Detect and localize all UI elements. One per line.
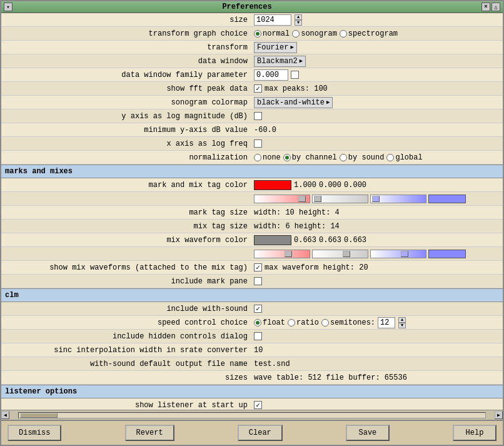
data-window-dropdown[interactable]: Blackman2 ▶ (254, 56, 306, 67)
mark-red-thumb[interactable] (298, 196, 306, 202)
mix-color-b: 0.663 (344, 236, 366, 245)
radio-float[interactable]: float (254, 318, 285, 327)
mix-color-r: 0.663 (294, 236, 316, 245)
radio-none-dot (254, 154, 261, 161)
mix-red-thumb[interactable] (285, 251, 292, 257)
mark-color-sliders-row (1, 192, 503, 206)
mix-waveform-color-row: mix waveform color 0.663 0.663 0.663 (1, 233, 503, 247)
dismiss-button[interactable]: Dismiss (8, 425, 61, 441)
radio-sonogram[interactable]: sonogram (292, 29, 337, 38)
show-listener-check[interactable] (254, 401, 262, 409)
radio-ratio[interactable]: ratio (288, 318, 319, 327)
x-axis-log-row: x axis as log freq (1, 137, 503, 151)
sonogram-colormap-row: sonogram colormap black-and-white ▶ (1, 96, 503, 109)
transform-graph-choice-label: transform graph choice (1, 28, 251, 39)
radio-semitones[interactable]: semitones: (321, 318, 375, 327)
data-window-family-value (251, 69, 503, 81)
mark-blue-thumb[interactable] (372, 196, 380, 202)
include-hidden-controls-row: include hidden controls dialog (1, 330, 503, 343)
mark-color-swatch[interactable] (254, 180, 291, 190)
sonogram-colormap-label: sonogram colormap (1, 97, 251, 108)
minimize-btn[interactable]: ▾ (4, 3, 13, 11)
data-window-family-check[interactable] (291, 71, 299, 79)
x-axis-log-label: x axis as log freq (1, 138, 251, 150)
radio-by-channel[interactable]: by channel (283, 153, 337, 162)
save-button[interactable]: Save (346, 425, 390, 441)
normalization-row: normalization none by channel by sound g… (1, 151, 503, 165)
y-axis-log-check[interactable] (254, 112, 262, 120)
clear-button[interactable]: Clear (238, 425, 283, 441)
mark-color-g: 0.000 (319, 181, 341, 190)
transform-value: Fourier ▶ (251, 42, 503, 53)
data-window-family-label: data window family parameter (1, 69, 251, 81)
semitones-down-btn[interactable]: ▼ (398, 323, 406, 328)
help-button[interactable]: Help (453, 425, 496, 441)
show-fft-check[interactable] (254, 84, 262, 93)
show-mix-waveforms-check[interactable] (254, 263, 262, 271)
mark-mix-tag-color-row: mark and mix tag color 1.000 0.000 0.000 (1, 178, 503, 192)
min-yaxis-label: minimum y-axis dB value (1, 124, 251, 136)
mark-tag-size-text: width: 10 height: 4 (254, 208, 340, 217)
radio-normal[interactable]: normal (254, 29, 290, 38)
sizes-row: sizes wave table: 512 file buffer: 65536 (1, 371, 503, 385)
sonogram-colormap-value: black-and-white ▶ (251, 97, 503, 108)
data-window-arrow: ▶ (300, 58, 303, 64)
close-btn[interactable]: × (481, 3, 490, 11)
size-value-cell: ▲ ▼ (251, 14, 503, 26)
mark-mix-tag-color-value: 1.000 0.000 0.000 (251, 180, 503, 190)
radio-none[interactable]: none (254, 153, 281, 162)
h-scrollbar-thumb[interactable] (20, 413, 58, 418)
with-sound-file-text: test.snd (254, 360, 290, 368)
data-window-label: data window (1, 56, 251, 67)
show-mix-waveforms-text: max waveform height: 20 (265, 263, 368, 272)
mark-green-thumb[interactable] (314, 196, 321, 202)
radio-by-channel-label: by channel (292, 153, 337, 162)
scroll-left-btn[interactable]: ◀ (1, 411, 9, 419)
radio-spectrogram[interactable]: spectrogram (340, 29, 398, 38)
y-axis-log-label: y axis as log magnitude (dB) (1, 111, 251, 122)
scroll-right-btn[interactable]: ▶ (495, 411, 503, 419)
x-axis-log-check[interactable] (254, 139, 262, 148)
mix-color-sliders-row (1, 247, 503, 261)
sonogram-colormap-dropdown[interactable]: black-and-white ▶ (254, 97, 333, 108)
mix-green-thumb[interactable] (343, 251, 350, 257)
include-with-sound-row: include with-sound (1, 302, 503, 316)
normalization-value: none by channel by sound global (251, 153, 503, 162)
include-mark-pane-check[interactable] (254, 277, 262, 285)
mix-tag-size-value: width: 6 height: 14 (251, 222, 503, 231)
size-input[interactable] (254, 14, 291, 26)
data-window-family-input[interactable] (254, 69, 288, 81)
speed-control-label: speed control choice (1, 317, 251, 328)
include-hidden-controls-check[interactable] (254, 332, 262, 340)
mix-tag-size-row: mix tag size width: 6 height: 14 (1, 220, 503, 233)
radio-semitones-label: semitones: (330, 318, 375, 327)
semitones-input[interactable] (378, 317, 395, 328)
data-window-row: data window Blackman2 ▶ (1, 54, 503, 68)
expand-btn[interactable]: △ (491, 3, 500, 11)
revert-button[interactable]: Revert (125, 425, 174, 441)
semitones-up-btn[interactable]: ▲ (398, 317, 406, 323)
with-sound-file-label: with-sound default output file name (1, 358, 251, 370)
transform-dropdown[interactable]: Fourier ▶ (254, 42, 297, 53)
sizes-text: wave table: 512 file buffer: 65536 (254, 373, 407, 382)
radio-by-sound[interactable]: by sound (340, 153, 385, 162)
mix-color-swatch[interactable] (254, 235, 291, 245)
radio-semitones-dot (321, 319, 329, 327)
h-scrollbar-track (18, 412, 486, 418)
radio-ratio-dot (288, 319, 295, 327)
mix-blue-thumb[interactable] (401, 251, 408, 257)
radio-global[interactable]: global (386, 153, 422, 162)
mix-sliders-label (1, 253, 251, 255)
min-yaxis-value: -60.0 (251, 126, 503, 134)
include-with-sound-check[interactable] (254, 305, 262, 313)
min-yaxis-row: minimum y-axis dB value -60.0 (1, 123, 503, 137)
size-up-btn[interactable]: ▲ (295, 14, 302, 20)
transform-dropdown-arrow: ▶ (290, 44, 293, 51)
x-axis-log-value (251, 139, 503, 148)
radio-ratio-label: ratio (296, 318, 319, 327)
speed-control-row: speed control choice float ratio semiton… (1, 316, 503, 330)
size-down-btn[interactable]: ▼ (295, 20, 302, 26)
size-row: size ▲ ▼ (1, 13, 503, 27)
show-mix-waveforms-value: max waveform height: 20 (251, 263, 503, 272)
sonogram-colormap-dropdown-value: black-and-white (257, 98, 325, 107)
